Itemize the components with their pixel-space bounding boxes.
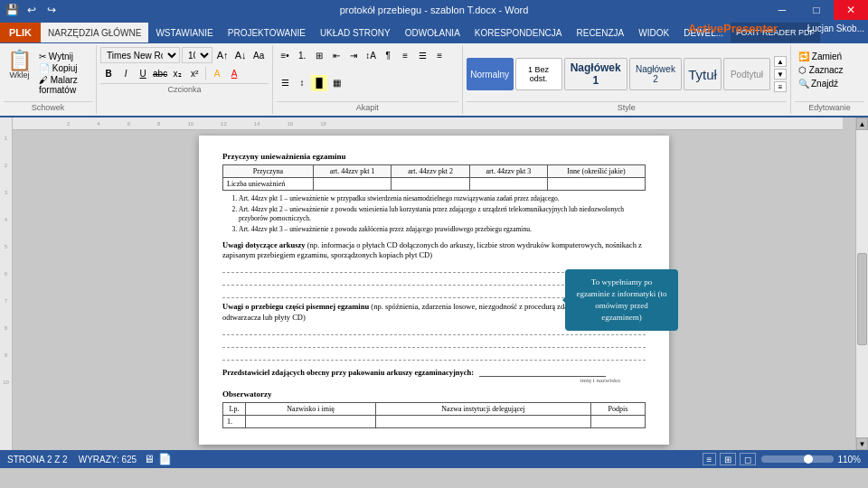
copy-button[interactable]: 📄 Kopiuj — [37, 62, 90, 74]
format-painter-button[interactable]: 🖌 Malarz formatów — [37, 74, 90, 96]
obs-col-inst: Nazwa instytucji delegującej — [376, 403, 591, 416]
font-divider — [205, 67, 206, 80]
paste-button[interactable]: 📋 Wklej — [4, 49, 35, 81]
cut-button[interactable]: ✂ Wytnij — [37, 51, 90, 62]
tooltip-arrow — [559, 296, 566, 304]
obs-row-1-inst — [376, 416, 591, 428]
tab-korespondencja[interactable]: KORESPONDENCJA — [467, 23, 570, 42]
words-info: WYRAZY: 625 — [79, 455, 137, 465]
font-color-btn[interactable]: A — [226, 65, 242, 81]
font-row-1: Times New Ro 10 A↑ A↓ Aa — [100, 47, 269, 63]
view-web-btn[interactable]: ◻ — [740, 453, 756, 465]
subscript-btn[interactable]: x₂ — [169, 65, 185, 81]
line-5 — [222, 339, 646, 348]
tab-widok[interactable]: WIDOK — [631, 23, 676, 42]
przyczyny-list: Art. 44zzv pkt 1 – unieważnienie w przyp… — [222, 194, 646, 235]
schowek-group: 📋 Wklej ✂ Wytnij 📄 Kopiuj 🖌 Malarz forma… — [0, 45, 97, 114]
font-shrink-btn[interactable]: A↓ — [232, 47, 249, 63]
align-right-btn[interactable]: ≡ — [431, 47, 448, 63]
editing-group: 🔁 Zamień ⬡ Zaznacz 🔍 Znajdź Edytowanie — [791, 45, 868, 114]
line-spacing-btn[interactable]: ↕ — [294, 75, 310, 91]
tab-projektowanie[interactable]: PROJEKTOWANIE — [221, 23, 313, 42]
obs-col-lp: Lp. — [223, 403, 246, 416]
status-bar: STRONA 2 Z 2 WYRAZY: 625 🖥 📄 ≡ ⊞ ◻ 110% — [0, 450, 868, 468]
increase-indent-btn[interactable]: ⇥ — [345, 47, 362, 63]
document-page: Przyczyny unieważnienia egzaminu Przyczy… — [199, 136, 669, 445]
tab-odwolania[interactable]: ODWOŁANIA — [398, 23, 467, 42]
page-info: STRONA 2 Z 2 — [7, 455, 68, 465]
zoom-slider[interactable] — [761, 455, 834, 463]
view-read-btn[interactable]: ≡ — [703, 453, 717, 465]
styles-expand[interactable]: ≡ — [774, 81, 787, 92]
find-icon: 🔍 — [798, 79, 809, 89]
document-scroll-area[interactable]: 2 4 6 8 10 12 14 16 18 Przyczyny unieważ… — [13, 117, 855, 450]
uwagi-przebiegu-title: Uwagi o przebiegu części pisemnej egzami… — [222, 302, 369, 311]
superscript-btn[interactable]: x² — [186, 65, 203, 81]
borders-btn[interactable]: ▦ — [328, 75, 344, 91]
decrease-indent-btn[interactable]: ⇤ — [328, 47, 344, 63]
show-marks-btn[interactable]: ¶ — [380, 47, 396, 63]
scroll-down-btn[interactable]: ▼ — [856, 437, 868, 450]
save-quick-btn[interactable]: 💾 — [4, 2, 20, 18]
tab-uklad-strony[interactable]: UKŁAD STRONY — [313, 23, 398, 42]
maximize-btn[interactable]: □ — [799, 0, 834, 20]
style-bez-odst[interactable]: 1 Bez odst. — [515, 58, 562, 90]
obserwatorzy-table: Lp. Nazwisko i imię Nazwa instytucji del… — [222, 402, 646, 428]
obs-col-name: Nazwisko i imię — [246, 403, 376, 416]
replace-btn[interactable]: 🔁 Zamień — [795, 51, 864, 62]
align-center-btn[interactable]: ☰ — [414, 47, 430, 63]
numbering-btn[interactable]: 1. — [294, 47, 310, 63]
close-btn[interactable]: ✕ — [834, 0, 868, 20]
uwagi-arkusze-para: Uwagi dotyczące arkuszy (np. informacja … — [222, 240, 646, 261]
bullets-btn[interactable]: ≡• — [277, 47, 293, 63]
styles-group: Normalny 1 Bez odst. Nagłówek 1 Nagłówek… — [463, 45, 791, 114]
scrollbar-vertical[interactable]: ▲ ▼ — [855, 117, 868, 450]
styles-items: Normalny 1 Bez odst. Nagłówek 1 Nagłówek… — [467, 47, 787, 101]
strikethrough-btn[interactable]: abc — [152, 65, 168, 81]
view-print-btn[interactable]: ⊞ — [720, 453, 736, 465]
sort-btn[interactable]: ↕A — [363, 47, 379, 63]
underline-btn[interactable]: U — [135, 65, 151, 81]
scroll-up-btn[interactable]: ▲ — [856, 117, 868, 130]
view-btns: ≡ ⊞ ◻ — [703, 453, 757, 465]
align-left-btn[interactable]: ≡ — [397, 47, 413, 63]
shading-btn[interactable]: █ — [311, 75, 327, 91]
paragraph-label: Akapit — [277, 101, 458, 112]
text-highlight-btn[interactable]: A — [209, 65, 225, 81]
ribbon-content: 📋 Wklej ✂ Wytnij 📄 Kopiuj 🖌 Malarz forma… — [0, 43, 868, 117]
multilevel-btn[interactable]: ⊞ — [311, 47, 327, 63]
zoom-thumb[interactable] — [804, 455, 813, 464]
font-grow-btn[interactable]: A↑ — [214, 47, 231, 63]
tab-recenzja[interactable]: RECENZJA — [570, 23, 632, 42]
styles-scroll-down[interactable]: ▼ — [774, 69, 787, 80]
przedstawiciel-section: Przedstawiciel zdających obecny przy pak… — [222, 368, 646, 377]
italic-btn[interactable]: I — [118, 65, 134, 81]
obs-row-1-name — [246, 416, 376, 428]
style-title[interactable]: Tytuł — [684, 58, 722, 90]
styles-label: Style — [467, 101, 787, 112]
redo-quick-btn[interactable]: ↪ — [43, 2, 60, 18]
scroll-thumb[interactable] — [857, 253, 867, 345]
font-size-select[interactable]: 10 — [182, 47, 212, 63]
zoom-controls: 110% — [761, 455, 861, 465]
justify-btn[interactable]: ☰ — [277, 75, 293, 91]
styles-scroll-up[interactable]: ▲ — [774, 56, 787, 67]
minimize-btn[interactable]: ─ — [765, 0, 799, 20]
find-btn[interactable]: 🔍 Znajdź — [795, 78, 864, 89]
bold-btn[interactable]: B — [100, 65, 117, 81]
undo-quick-btn[interactable]: ↩ — [24, 2, 40, 18]
ruler-h-marks: 2 4 6 8 10 12 14 16 18 — [13, 117, 843, 129]
font-name-select[interactable]: Times New Ro — [100, 47, 180, 63]
tab-plik[interactable]: PLIK — [0, 23, 41, 42]
font-case-btn[interactable]: Aa — [250, 47, 267, 63]
style-h1[interactable]: Nagłówek 1 — [564, 58, 627, 90]
tab-wstawianie[interactable]: WSTAWIANIE — [148, 23, 220, 42]
obs-row-1-podpis — [591, 416, 646, 428]
paragraph-group: ≡• 1. ⊞ ⇤ ⇥ ↕A ¶ ≡ ☰ ≡ ☰ ↕ █ ▦ Akapit — [273, 45, 462, 114]
style-normalny[interactable]: Normalny — [467, 58, 514, 90]
select-btn[interactable]: ⬡ Zaznacz — [795, 64, 864, 76]
style-h2[interactable]: Nagłówek 2 — [629, 58, 682, 90]
tab-narzedzia-glowne[interactable]: NARZĘDZIA GŁÓWNE — [41, 23, 148, 42]
przyczyny-title: Przyczyny unieważnienia egzaminu — [222, 152, 646, 161]
style-subtitle[interactable]: Podtytuł — [723, 58, 770, 90]
